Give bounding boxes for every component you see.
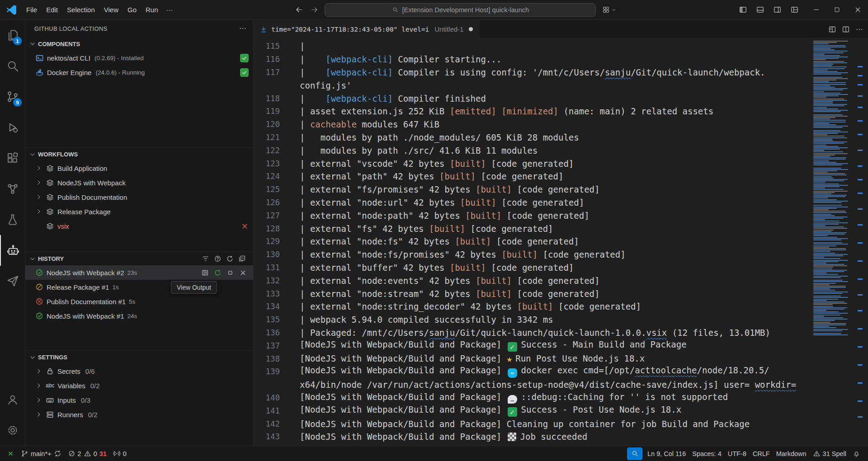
- editor-line[interactable]: 128| external "fs" 42 bytes [built] [cod…: [254, 222, 811, 235]
- workflow-release-package[interactable]: Release Package: [25, 204, 253, 219]
- maximize-button[interactable]: [826, 0, 847, 20]
- remote-indicator[interactable]: [4, 447, 18, 460]
- settings-gear-icon[interactable]: [0, 415, 25, 446]
- toggle-sidebar-icon[interactable]: [735, 3, 750, 17]
- settings-row-inputs[interactable]: Inputs 0/3: [25, 393, 253, 407]
- workflow-vsix-invalid[interactable]: vsix: [25, 219, 253, 233]
- encoding[interactable]: UTF-8: [725, 447, 750, 460]
- search-icon[interactable]: [0, 51, 25, 81]
- section-workflows[interactable]: WORKFLOWS: [25, 147, 253, 161]
- menu-edit[interactable]: Edit: [42, 3, 62, 17]
- spell-status[interactable]: 31 Spell: [810, 447, 849, 460]
- editor-line[interactable]: 139[NodeJS with Webpack/Build and Packag…: [254, 365, 811, 378]
- workflow-nodejs-with-webpack[interactable]: NodeJS with Webpack: [25, 175, 253, 190]
- accounts-icon[interactable]: [0, 384, 25, 415]
- history-row-nodejs-webpack-1[interactable]: NodeJS with Webpack #1 24s: [25, 309, 253, 323]
- editor-line[interactable]: 135| webpack 5.94.0 compiled successfull…: [254, 313, 811, 326]
- menu-file[interactable]: File: [22, 3, 42, 17]
- close-button[interactable]: [847, 0, 868, 20]
- editor-line[interactable]: 121| modules by path ./node_modules/ 605…: [254, 131, 811, 144]
- toggle-panel-icon[interactable]: [752, 3, 768, 17]
- settings-row-variables[interactable]: abc Variables 0/2: [25, 378, 253, 393]
- language-mode[interactable]: Markdown: [773, 447, 810, 460]
- editor-line[interactable]: 142[NodeJS with Webpack/Build and Packag…: [254, 417, 811, 430]
- menu-view[interactable]: View: [99, 3, 123, 17]
- sidebar-more-actions-icon[interactable]: [239, 24, 247, 33]
- editor-line[interactable]: 127| external "node:path" 42 bytes [buil…: [254, 209, 811, 222]
- editor-line[interactable]: 138[NodeJS with Webpack/Build and Packag…: [254, 352, 811, 365]
- editor-line[interactable]: 124| external "path" 42 bytes [built] [c…: [254, 170, 811, 183]
- problems-indicator[interactable]: 2 0 31: [65, 447, 110, 460]
- minimize-button[interactable]: [806, 0, 826, 20]
- workflow-publish-documentation[interactable]: Publish Documentation: [25, 190, 253, 204]
- screencast-search-button[interactable]: [627, 447, 642, 460]
- profile-grid-button[interactable]: [599, 3, 620, 17]
- editor-line[interactable]: config.js': [254, 79, 811, 92]
- editor-line[interactable]: 116| [webpack-cli] Compiler starting...: [254, 53, 811, 66]
- remote-explorer-icon[interactable]: [0, 174, 25, 204]
- cursor-position[interactable]: Ln 9, Col 116: [644, 447, 689, 460]
- editor-line[interactable]: 119| asset extension.js 252 KiB [emitted…: [254, 105, 811, 118]
- editor-line[interactable]: 120| cacheable modules 647 KiB: [254, 118, 811, 131]
- editor-line[interactable]: 129| external "node:fs" 42 bytes [built]…: [254, 235, 811, 248]
- editor-line[interactable]: 140[NodeJS with Webpack/Build and Packag…: [254, 391, 811, 405]
- workflow-build-application[interactable]: Build Application: [25, 161, 253, 175]
- extensions-icon[interactable]: [0, 143, 25, 174]
- editor-line[interactable]: 122| modules by path ./src/ 41.6 KiB 11 …: [254, 144, 811, 157]
- filter-icon[interactable]: [202, 255, 209, 263]
- back-arrow-icon[interactable]: [291, 3, 307, 17]
- editor-line[interactable]: 125| external "fs/promises" 42 bytes [bu…: [254, 183, 811, 196]
- editor-line[interactable]: 118| [webpack-cli] Compiler finished: [254, 92, 811, 105]
- notifications-bell[interactable]: [849, 447, 863, 460]
- dirty-indicator[interactable]: [469, 27, 473, 31]
- editor-line[interactable]: 133| external "node:stream" 42 bytes [bu…: [254, 287, 811, 300]
- section-settings[interactable]: SETTINGS: [25, 350, 253, 364]
- source-control-icon[interactable]: 9: [0, 81, 25, 112]
- component-act-cli[interactable]: nektos/act CLI (0.2.69) - Installed: [25, 51, 253, 65]
- editor-line[interactable]: 132| external "node:events" 42 bytes [bu…: [254, 274, 811, 287]
- toggle-secondary-sidebar-icon[interactable]: [769, 3, 785, 17]
- stop-icon[interactable]: [226, 269, 234, 277]
- help-icon[interactable]: [214, 255, 222, 263]
- branch-indicator[interactable]: main*+: [18, 447, 65, 460]
- run-debug-icon[interactable]: [0, 112, 25, 143]
- editor-line[interactable]: 123| external "vscode" 42 bytes [built] …: [254, 157, 811, 170]
- indentation[interactable]: Spaces: 4: [689, 447, 725, 460]
- section-history[interactable]: HISTORY: [25, 252, 253, 265]
- open-changes-icon[interactable]: [828, 25, 836, 33]
- menu-more[interactable]: ···: [163, 3, 177, 17]
- component-docker-engine[interactable]: Docker Engine (24.0.6) - Running: [25, 65, 253, 80]
- editor-line[interactable]: 131| external "buffer" 42 bytes [built] …: [254, 261, 811, 274]
- menu-selection[interactable]: Selection: [62, 3, 99, 17]
- github-local-actions-robot-icon[interactable]: [0, 235, 25, 266]
- testing-beaker-icon[interactable]: [0, 204, 25, 235]
- editor-line[interactable]: 143[NodeJS with Webpack/Build and Packag…: [254, 430, 811, 443]
- minimap[interactable]: [811, 39, 855, 446]
- editor-line[interactable]: 141[NodeJS with Webpack/Build and Packag…: [254, 404, 811, 417]
- rerun-icon[interactable]: [214, 269, 222, 277]
- customize-layout-icon[interactable]: [787, 3, 802, 17]
- command-center-search[interactable]: [Extension Development Host] quick-launc…: [325, 3, 596, 17]
- explorer-icon[interactable]: 1: [0, 20, 25, 51]
- history-row-publish-documentation-1[interactable]: Publish Documentation #1 5s: [25, 294, 253, 309]
- menu-go[interactable]: Go: [123, 3, 141, 17]
- forward-arrow-icon[interactable]: [307, 3, 322, 17]
- editor-line[interactable]: 117| [webpack-cli] Compiler is using con…: [254, 66, 811, 79]
- split-editor-icon[interactable]: [842, 25, 850, 33]
- editor-line[interactable]: x64/bin/node /var/run/act/actions/action…: [254, 378, 811, 391]
- dismiss-icon[interactable]: [239, 269, 247, 277]
- collapse-all-icon[interactable]: [238, 255, 246, 263]
- refresh-icon[interactable]: [226, 255, 234, 263]
- error-x-icon[interactable]: [241, 222, 249, 230]
- history-row-nodejs-webpack-2[interactable]: NodeJS with Webpack #2 23s: [25, 265, 253, 280]
- editor-line[interactable]: 115|: [254, 40, 811, 53]
- editor-line[interactable]: 136| Packaged: /mnt/c/Users/sanju/Git/qu…: [254, 326, 811, 339]
- editor[interactable]: 115|116| [webpack-cli] Compiler starting…: [254, 39, 868, 446]
- scrollbar[interactable]: [855, 39, 868, 446]
- settings-row-runners[interactable]: Runners 0/2: [25, 407, 253, 422]
- editor-line[interactable]: 126| external "node:url" 42 bytes [built…: [254, 196, 811, 209]
- ports-indicator[interactable]: 0: [110, 447, 130, 460]
- eol-sequence[interactable]: CRLF: [750, 447, 773, 460]
- editor-line[interactable]: 130| external "node:fs/promises" 42 byte…: [254, 248, 811, 261]
- editor-line[interactable]: 137[NodeJS with Webpack/Build and Packag…: [254, 339, 811, 352]
